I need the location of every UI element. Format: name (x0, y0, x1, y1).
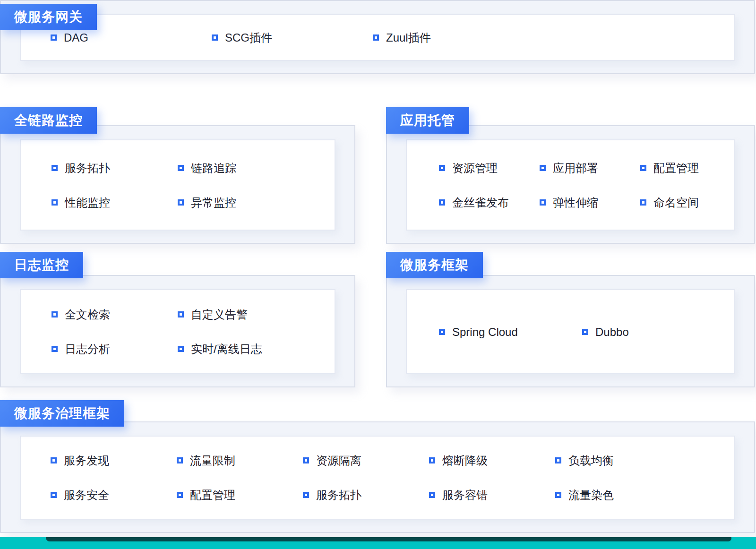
bullet-square-icon (51, 34, 57, 41)
bullet-square-icon (178, 165, 184, 171)
bullet-square-icon (212, 34, 218, 41)
service-item-label: 日志分析 (65, 341, 110, 357)
section-panel-logging: 全文检索自定义告警日志分析实时/离线日志 (0, 275, 355, 387)
section-card-logging: 全文检索自定义告警日志分析实时/离线日志 (20, 289, 335, 374)
service-item: 金丝雀发布 (439, 195, 540, 210)
section-card-hosting: 资源管理应用部署配置管理金丝雀发布弹性伸缩命名空间 (406, 139, 735, 231)
service-item-label: 服务发现 (64, 453, 109, 468)
bullet-square-icon (52, 165, 58, 171)
bullet-square-icon (439, 329, 445, 335)
footer-bar (0, 537, 756, 549)
service-item-label: 服务安全 (64, 487, 109, 503)
service-item: 资源隔离 (303, 453, 429, 468)
service-item: 流量染色 (555, 487, 681, 503)
service-item: SCG插件 (212, 30, 373, 45)
bullet-square-icon (52, 311, 58, 317)
bullet-square-icon (52, 199, 58, 206)
service-item: 性能监控 (52, 195, 178, 210)
bullet-square-icon (51, 492, 57, 498)
service-item-label: 服务拓扑 (65, 160, 110, 176)
service-item: 负载均衡 (555, 453, 681, 468)
section-panel-gateway: DAGSCG插件Zuul插件 (0, 0, 755, 74)
section-panel-tracing: 服务拓扑链路追踪性能监控异常监控 (0, 125, 355, 244)
service-item-label: 自定义告警 (191, 307, 248, 322)
service-item: 熔断降级 (429, 453, 555, 468)
service-item: 自定义告警 (178, 307, 304, 322)
bullet-square-icon (555, 457, 561, 463)
service-item: 异常监控 (178, 195, 304, 210)
service-item: Spring Cloud (439, 324, 582, 340)
section-tab-logging: 日志监控 (0, 252, 83, 278)
service-item-label: 服务容错 (442, 487, 488, 503)
section-tab-framework: 微服务框架 (386, 252, 483, 278)
service-item-label: 应用部署 (553, 160, 598, 176)
service-item: DAG (51, 30, 212, 45)
service-item-label: Spring Cloud (452, 324, 518, 340)
service-item: 服务拓扑 (52, 160, 178, 176)
service-item-label: 弹性伸缩 (553, 195, 598, 210)
service-item-label: Dubbo (595, 324, 629, 340)
bullet-square-icon (178, 346, 184, 352)
service-item: 实时/离线日志 (178, 341, 304, 357)
section-panel-hosting: 资源管理应用部署配置管理金丝雀发布弹性伸缩命名空间 (386, 125, 755, 244)
service-item: 服务拓扑 (303, 487, 429, 503)
service-item: 服务安全 (51, 487, 177, 503)
service-item-label: 链路追踪 (191, 160, 236, 176)
service-item: 服务容错 (429, 487, 555, 503)
section-card-gateway: DAGSCG插件Zuul插件 (20, 14, 735, 61)
section-panel-governance: 服务发现流量限制资源隔离熔断降级负载均衡服务安全配置管理服务拓扑服务容错流量染色 (0, 421, 755, 533)
service-item-label: 实时/离线日志 (191, 341, 262, 357)
bullet-square-icon (555, 492, 561, 498)
service-item: Dubbo (582, 324, 725, 340)
bullet-square-icon (303, 457, 309, 463)
service-item: Zuul插件 (373, 30, 534, 45)
section-card-governance: 服务发现流量限制资源隔离熔断降级负载均衡服务安全配置管理服务拓扑服务容错流量染色 (20, 436, 735, 520)
service-item-label: 流量染色 (568, 487, 614, 503)
bullet-square-icon (640, 165, 646, 171)
service-item-label: 性能监控 (65, 195, 110, 210)
bullet-square-icon (429, 457, 435, 463)
bullet-square-icon (540, 165, 546, 171)
service-item-label: DAG (64, 30, 88, 45)
footer-shadow-stripe (46, 537, 731, 541)
section-panel-framework: Spring CloudDubbo (386, 275, 755, 387)
bullet-square-icon (303, 492, 309, 498)
service-item-label: 熔断降级 (442, 453, 488, 468)
service-item-label: 金丝雀发布 (452, 195, 509, 210)
service-item: 命名空间 (640, 195, 741, 210)
bullet-square-icon (52, 346, 58, 352)
service-item-label: Zuul插件 (386, 30, 431, 45)
service-item: 服务发现 (51, 453, 177, 468)
service-item-label: 资源管理 (452, 160, 498, 176)
bullet-square-icon (582, 329, 588, 335)
service-item-label: 异常监控 (191, 195, 236, 210)
service-item-label: 配置管理 (190, 487, 235, 503)
service-item: 资源管理 (439, 160, 540, 176)
bullet-square-icon (51, 457, 57, 463)
microservice-architecture-diagram: 微服务网关 全链路监控 应用托管 日志监控 微服务框架 微服务治理框架 DAGS… (0, 0, 756, 549)
bullet-square-icon (439, 199, 445, 206)
service-item-label: 配置管理 (653, 160, 699, 176)
bullet-square-icon (178, 199, 184, 206)
bullet-square-icon (177, 492, 183, 498)
service-item: 流量限制 (177, 453, 303, 468)
service-item-label: 负载均衡 (568, 453, 614, 468)
bullet-square-icon (373, 34, 379, 41)
bullet-square-icon (178, 311, 184, 317)
service-item: 全文检索 (52, 307, 178, 322)
bullet-square-icon (429, 492, 435, 498)
bullet-square-icon (540, 199, 546, 206)
service-item-label: 流量限制 (190, 453, 235, 468)
section-card-framework: Spring CloudDubbo (406, 289, 735, 374)
service-item: 弹性伸缩 (540, 195, 640, 210)
service-item-label: 资源隔离 (316, 453, 361, 468)
section-tab-hosting: 应用托管 (386, 107, 469, 134)
service-item-label: 全文检索 (65, 307, 110, 322)
service-item: 日志分析 (52, 341, 178, 357)
section-card-tracing: 服务拓扑链路追踪性能监控异常监控 (20, 139, 335, 231)
bullet-square-icon (640, 199, 646, 206)
bullet-square-icon (439, 165, 445, 171)
bullet-square-icon (177, 457, 183, 463)
service-item: 链路追踪 (178, 160, 304, 176)
service-item: 应用部署 (540, 160, 640, 176)
